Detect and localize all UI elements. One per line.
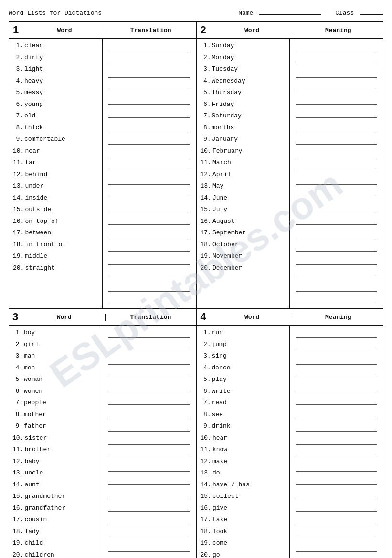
translation-line[interactable] <box>108 278 190 278</box>
translation-line[interactable] <box>108 264 190 265</box>
translation-line[interactable] <box>296 458 377 458</box>
translation-line[interactable] <box>296 418 377 418</box>
translation-line[interactable] <box>108 471 190 472</box>
name-line[interactable] <box>259 14 321 15</box>
translation-line-item <box>294 554 379 558</box>
translation-line[interactable] <box>296 378 377 378</box>
word-text: sing <box>212 351 286 361</box>
translation-line[interactable] <box>296 184 377 185</box>
translation-line[interactable] <box>108 378 190 378</box>
translation-line[interactable] <box>108 158 190 158</box>
translation-line[interactable] <box>108 91 190 91</box>
translation-line[interactable] <box>296 305 377 305</box>
translation-line[interactable] <box>296 278 377 278</box>
translation-line[interactable] <box>296 291 377 292</box>
translation-line-item <box>294 173 379 187</box>
translation-line[interactable] <box>108 351 190 351</box>
translation-line[interactable] <box>296 158 377 158</box>
word-text: hear <box>212 433 286 443</box>
word-number: 4. <box>201 76 211 86</box>
translation-line[interactable] <box>108 305 190 305</box>
word-number: 11. <box>201 445 212 454</box>
translation-line[interactable] <box>108 538 190 538</box>
word-number: 9. <box>13 135 23 144</box>
translation-line[interactable] <box>108 171 190 171</box>
translation-line[interactable] <box>296 117 377 118</box>
translation-line[interactable] <box>108 431 190 432</box>
box2-meaning-header: Meaning <box>293 27 379 34</box>
list-item: 4.Wednesday <box>201 75 286 87</box>
word-number: 15. <box>201 205 212 214</box>
translation-line[interactable] <box>296 337 377 338</box>
translation-line[interactable] <box>296 91 377 91</box>
translation-line-item <box>106 380 191 393</box>
translation-line[interactable] <box>296 211 377 211</box>
translation-line[interactable] <box>108 117 190 118</box>
translation-line[interactable] <box>296 471 377 472</box>
translation-line[interactable] <box>296 525 377 525</box>
translation-line[interactable] <box>108 511 190 512</box>
translation-line[interactable] <box>296 511 377 512</box>
translation-line[interactable] <box>108 64 190 64</box>
translation-line[interactable] <box>108 238 190 238</box>
translation-line[interactable] <box>108 51 190 51</box>
translation-line-item <box>294 407 379 420</box>
translation-line[interactable] <box>296 171 377 171</box>
translation-line[interactable] <box>108 198 190 198</box>
translation-line[interactable] <box>296 144 377 145</box>
translation-line-item <box>294 160 379 173</box>
translation-line[interactable] <box>296 551 377 552</box>
translation-line[interactable] <box>108 251 190 252</box>
translation-line[interactable] <box>296 131 377 131</box>
list-item: 2.jump <box>201 338 286 350</box>
translation-line[interactable] <box>108 337 190 338</box>
translation-line[interactable] <box>108 551 190 552</box>
translation-line[interactable] <box>108 211 190 211</box>
translation-line[interactable] <box>296 484 377 485</box>
translation-line[interactable] <box>296 64 377 64</box>
translation-line[interactable] <box>108 418 190 418</box>
translation-line[interactable] <box>296 498 377 498</box>
translation-line[interactable] <box>108 458 190 458</box>
list-item: 17.take <box>201 514 286 526</box>
translation-line[interactable] <box>296 224 377 225</box>
translation-line[interactable] <box>296 264 377 265</box>
translation-line[interactable] <box>108 104 190 105</box>
translation-line[interactable] <box>296 238 377 238</box>
word-list-box-4: 4 Word Meaning 1.run2.jump3.sing4.dance5… <box>196 308 384 558</box>
translation-line[interactable] <box>108 404 190 405</box>
word-text: take <box>212 515 286 525</box>
translation-line[interactable] <box>108 364 190 365</box>
translation-line[interactable] <box>296 77 377 78</box>
class-line[interactable] <box>360 14 383 15</box>
translation-line[interactable] <box>296 404 377 405</box>
translation-line[interactable] <box>296 198 377 198</box>
translation-line[interactable] <box>296 104 377 105</box>
translation-line[interactable] <box>296 51 377 51</box>
translation-line[interactable] <box>108 144 190 145</box>
box2-header: 2 Word Meaning <box>197 22 383 39</box>
translation-line[interactable] <box>108 498 190 498</box>
page-header: Word Lists for Dictations Name Class <box>9 10 383 17</box>
translation-line[interactable] <box>108 77 190 78</box>
translation-line[interactable] <box>296 431 377 432</box>
translation-line[interactable] <box>296 251 377 252</box>
translation-line[interactable] <box>108 484 190 485</box>
translation-line-item <box>294 540 379 554</box>
translation-line[interactable] <box>296 444 377 445</box>
translation-line[interactable] <box>296 364 377 365</box>
translation-line[interactable] <box>108 224 190 225</box>
translation-line[interactable] <box>296 351 377 351</box>
translation-line[interactable] <box>108 391 190 391</box>
translation-line[interactable] <box>296 538 377 538</box>
word-text: children <box>24 550 98 558</box>
translation-line[interactable] <box>108 444 190 445</box>
word-number: 14. <box>201 480 212 490</box>
translation-line[interactable] <box>296 391 377 391</box>
translation-line[interactable] <box>108 525 190 525</box>
word-text: Saturday <box>212 111 286 121</box>
translation-line[interactable] <box>108 291 190 292</box>
list-item: 11.March <box>201 157 286 168</box>
translation-line[interactable] <box>108 184 190 185</box>
translation-line[interactable] <box>108 131 190 131</box>
